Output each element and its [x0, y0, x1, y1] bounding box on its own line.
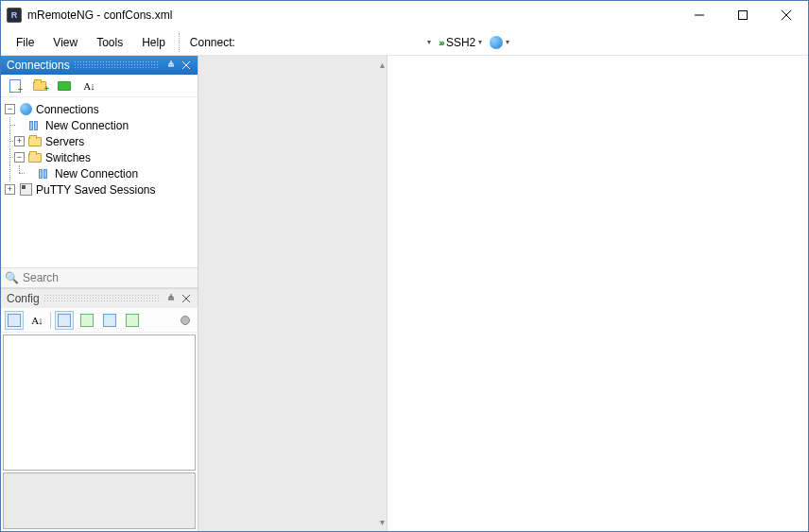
close-icon [782, 10, 791, 20]
menubar: File View Tools Help Connect: ▾ ››› SSH2… [1, 29, 808, 56]
collapse-icon[interactable]: − [5, 104, 15, 114]
play-icon: ››› [439, 37, 443, 48]
config-description-box [3, 472, 196, 529]
config-property-grid[interactable] [3, 335, 196, 471]
default-inheritance-icon [126, 314, 139, 327]
new-folder-button[interactable] [31, 77, 48, 94]
left-sidebar: Connections A↓ − [1, 56, 198, 531]
default-properties-icon [103, 314, 116, 327]
search-input[interactable] [23, 271, 194, 284]
connections-panel-title: Connections [7, 59, 70, 72]
grip-dots[interactable] [74, 60, 160, 70]
separator [50, 312, 51, 329]
screen-icon [58, 81, 71, 91]
tree-label: Servers [45, 135, 84, 148]
close-panel-button[interactable] [179, 291, 194, 306]
tree-line [5, 149, 14, 165]
chevron-down-icon: ▾ [478, 38, 482, 46]
folder-icon [27, 134, 43, 149]
config-toolbar: A↓ [1, 308, 198, 333]
quick-connect-dropdown[interactable]: ▾ [423, 38, 435, 46]
tree-line [14, 165, 24, 181]
tree-node-connection[interactable]: New Connection [3, 165, 196, 181]
putty-icon [18, 182, 33, 197]
expand-icon[interactable]: + [5, 184, 15, 195]
sort-az-icon: A↓ [83, 80, 94, 92]
connection-tree[interactable]: − Connections New Connection + Servers [1, 97, 198, 267]
menu-tools[interactable]: Tools [87, 32, 132, 53]
toolbar-separator [179, 33, 184, 52]
document-plus-icon [9, 79, 21, 93]
new-connection-button[interactable] [7, 77, 24, 94]
expand-icon[interactable]: + [14, 136, 25, 146]
tree-node-connection[interactable]: New Connection [3, 117, 196, 133]
tree-line [5, 117, 14, 133]
content-area [387, 56, 808, 531]
external-tools-dropdown[interactable]: ▾ [486, 36, 513, 49]
tree-node-switches[interactable]: − Switches [3, 149, 196, 165]
view-button[interactable] [56, 77, 73, 94]
app-icon: R [7, 8, 22, 23]
minimize-button[interactable] [678, 1, 721, 29]
categorized-button[interactable] [5, 311, 24, 330]
property-button-3[interactable] [100, 311, 119, 330]
svg-rect-1 [739, 11, 748, 20]
property-button-2[interactable] [77, 311, 96, 330]
search-icon: 🔍 [5, 271, 19, 284]
tree-spacer [14, 120, 25, 130]
globe-icon [18, 102, 33, 117]
categorized-icon [8, 314, 21, 327]
alphabetical-button[interactable]: A↓ [27, 311, 46, 330]
config-panel-title: Config [7, 292, 40, 305]
tree-label: Connections [36, 103, 99, 116]
pin-icon [166, 60, 176, 70]
globe-icon [490, 36, 503, 49]
tree-node-putty[interactable]: + PuTTY Saved Sessions [3, 181, 196, 197]
collapse-icon[interactable]: − [14, 152, 25, 163]
grip-dots[interactable] [43, 294, 160, 303]
scroll-down-button[interactable]: ▾ [380, 517, 385, 527]
scroll-up-button[interactable]: ▴ [380, 60, 385, 70]
close-icon [182, 295, 190, 302]
close-icon [182, 61, 190, 69]
chevron-down-icon: ▾ [506, 38, 509, 46]
menu-file[interactable]: File [7, 32, 43, 53]
pin-icon [166, 294, 176, 303]
tree-label: PuTTY Saved Sessions [36, 183, 156, 197]
config-panel: Config A↓ [1, 288, 198, 531]
inheritance-icon [80, 314, 94, 327]
property-button-4[interactable] [123, 311, 142, 330]
maximize-button[interactable] [721, 1, 765, 29]
protocol-label: SSH2 [446, 36, 475, 49]
quick-connect-input[interactable] [239, 33, 423, 52]
connection-icon [37, 166, 52, 181]
close-panel-button[interactable] [179, 58, 194, 73]
connection-icon [27, 118, 43, 133]
pin-button[interactable] [164, 291, 179, 306]
menu-view[interactable]: View [43, 32, 87, 53]
tree-node-root[interactable]: − Connections [3, 101, 196, 117]
tree-node-servers[interactable]: + Servers [3, 133, 196, 149]
properties-icon [58, 314, 71, 327]
chevron-down-icon: ▾ [427, 38, 431, 46]
window-title: mRemoteNG - confCons.xml [27, 9, 172, 22]
search-row: 🔍 [1, 267, 198, 288]
property-button-1[interactable] [55, 311, 74, 330]
connect-label: Connect: [186, 32, 239, 53]
close-button[interactable] [765, 1, 808, 29]
pin-button[interactable] [164, 58, 179, 73]
folder-plus-icon [33, 81, 46, 91]
sort-button[interactable]: A↓ [80, 77, 97, 94]
tree-line [5, 133, 14, 149]
minimize-icon [695, 10, 704, 20]
protocol-selector[interactable]: ››› SSH2 ▾ [435, 36, 486, 49]
body: Connections A↓ − [1, 56, 808, 531]
connections-toolbar: A↓ [1, 75, 198, 97]
titlebar: R mRemoteNG - confCons.xml [1, 1, 808, 29]
app-window: R mRemoteNG - confCons.xml File View Too… [0, 0, 809, 532]
menu-help[interactable]: Help [132, 32, 175, 53]
folder-icon [27, 150, 43, 165]
connections-panel-header: Connections [1, 56, 198, 75]
status-indicator [181, 316, 190, 325]
tree-label: Switches [45, 151, 91, 164]
